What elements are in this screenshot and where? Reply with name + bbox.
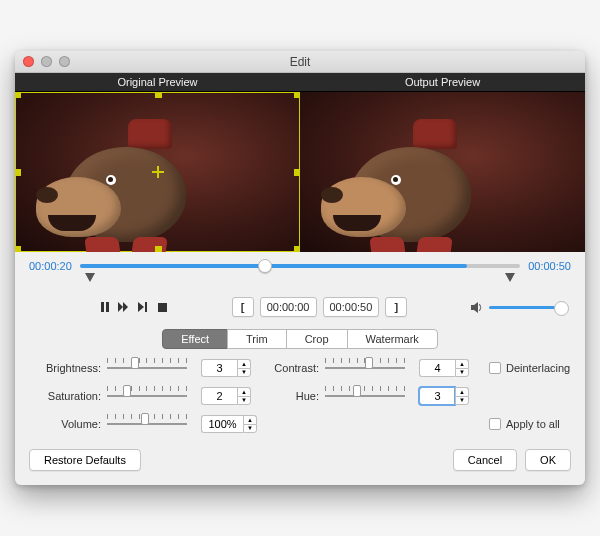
tabs: Effect Trim Crop Watermark: [29, 329, 571, 349]
window-title: Edit: [290, 55, 311, 69]
original-preview-label: Original Preview: [15, 73, 300, 92]
svg-marker-6: [138, 302, 144, 312]
apply-all-label: Apply to all: [506, 418, 560, 430]
edit-window: Edit Original Preview Output Preview: [15, 51, 585, 485]
minimize-icon: [41, 56, 52, 67]
saturation-slider[interactable]: [107, 389, 187, 403]
contrast-stepper[interactable]: ▲▼: [419, 359, 471, 377]
crop-handle-tc[interactable]: [155, 92, 162, 98]
restore-defaults-button[interactable]: Restore Defaults: [29, 449, 141, 471]
crop-handle-tl[interactable]: [15, 92, 21, 98]
saturation-stepper[interactable]: ▲▼: [201, 387, 253, 405]
stop-icon[interactable]: [156, 301, 168, 313]
range-start-input[interactable]: 00:00:00: [260, 297, 317, 317]
svg-marker-1: [505, 273, 515, 282]
volume-stepper[interactable]: ▲▼: [201, 415, 253, 433]
controls-panel: 00:00:20 00:00:50 [ 00:00:00 00:00:50: [15, 252, 585, 445]
speaker-icon[interactable]: [471, 301, 483, 313]
brightness-label: Brightness:: [29, 362, 101, 374]
window-controls: [23, 56, 70, 67]
crop-center-icon[interactable]: [152, 166, 164, 178]
zoom-icon: [59, 56, 70, 67]
volume-input[interactable]: [201, 415, 243, 433]
hue-down-icon[interactable]: ▼: [455, 396, 469, 405]
deinterlacing-checkbox[interactable]: Deinterlacing: [489, 362, 570, 374]
contrast-slider[interactable]: [325, 361, 405, 375]
timeline-thumb[interactable]: [258, 259, 272, 273]
apply-all-checkbox[interactable]: Apply to all: [489, 418, 560, 430]
brightness-slider[interactable]: [107, 361, 187, 375]
transport-row: [ 00:00:00 00:00:50 ]: [29, 297, 571, 317]
contrast-up-icon[interactable]: ▲: [455, 359, 469, 368]
svg-rect-7: [145, 302, 147, 312]
svg-rect-3: [106, 302, 109, 312]
hue-slider[interactable]: [325, 389, 405, 403]
timeline-end-time: 00:00:50: [528, 260, 571, 272]
range-start-bracket[interactable]: [: [232, 297, 254, 317]
svg-marker-0: [85, 273, 95, 282]
range-start-marker-icon[interactable]: [85, 273, 95, 283]
close-icon[interactable]: [23, 56, 34, 67]
svg-marker-4: [118, 302, 123, 312]
hue-label: Hue:: [259, 390, 319, 402]
tab-watermark[interactable]: Watermark: [347, 329, 438, 349]
fast-forward-icon[interactable]: [118, 301, 130, 313]
range-end-bracket[interactable]: ]: [385, 297, 407, 317]
original-preview[interactable]: [15, 92, 300, 252]
contrast-input[interactable]: [419, 359, 455, 377]
range-end-input[interactable]: 00:00:50: [323, 297, 380, 317]
crop-handle-bc[interactable]: [155, 246, 162, 252]
saturation-input[interactable]: [201, 387, 237, 405]
pause-icon[interactable]: [99, 301, 111, 313]
original-preview-col: Original Preview: [15, 73, 300, 252]
output-preview: [300, 92, 585, 252]
hue-stepper[interactable]: ▲▼: [419, 387, 471, 405]
svg-marker-5: [123, 302, 128, 312]
timeline-start-time: 00:00:20: [29, 260, 72, 272]
footer: Restore Defaults Cancel OK: [15, 445, 585, 485]
crop-handle-ml[interactable]: [15, 169, 21, 176]
cancel-button[interactable]: Cancel: [453, 449, 517, 471]
checkbox-icon[interactable]: [489, 418, 501, 430]
contrast-label: Contrast:: [259, 362, 319, 374]
ok-button[interactable]: OK: [525, 449, 571, 471]
volume-down-icon[interactable]: ▼: [243, 424, 257, 433]
step-icon[interactable]: [137, 301, 149, 313]
saturation-down-icon[interactable]: ▼: [237, 396, 251, 405]
titlebar[interactable]: Edit: [15, 51, 585, 73]
brightness-up-icon[interactable]: ▲: [237, 359, 251, 368]
playback-controls: [99, 301, 168, 313]
checkbox-icon[interactable]: [489, 362, 501, 374]
volume-effect-slider[interactable]: [107, 417, 187, 431]
brightness-down-icon[interactable]: ▼: [237, 368, 251, 377]
svg-rect-2: [101, 302, 104, 312]
range-group: [ 00:00:00 00:00:50 ]: [232, 297, 408, 317]
saturation-label: Saturation:: [29, 390, 101, 402]
preview-area: Original Preview Output Preview: [15, 73, 585, 252]
tab-trim[interactable]: Trim: [227, 329, 287, 349]
volume-up-icon[interactable]: ▲: [243, 415, 257, 424]
range-end-marker-icon[interactable]: [505, 273, 515, 283]
output-preview-col: Output Preview: [300, 73, 585, 252]
tab-effect[interactable]: Effect: [162, 329, 228, 349]
timeline-fill: [80, 264, 468, 268]
deinterlacing-label: Deinterlacing: [506, 362, 570, 374]
timeline: 00:00:20 00:00:50: [29, 260, 571, 272]
timeline-slider[interactable]: [80, 264, 520, 268]
volume-control: [471, 301, 567, 313]
svg-marker-9: [471, 302, 478, 313]
svg-rect-8: [158, 303, 167, 312]
brightness-input[interactable]: [201, 359, 237, 377]
volume-label: Volume:: [29, 418, 101, 430]
crop-handle-bl[interactable]: [15, 246, 21, 252]
volume-slider[interactable]: [489, 306, 567, 309]
hue-input[interactable]: [419, 387, 455, 405]
brightness-stepper[interactable]: ▲▼: [201, 359, 253, 377]
output-preview-label: Output Preview: [300, 73, 585, 92]
tab-crop[interactable]: Crop: [286, 329, 348, 349]
hue-up-icon[interactable]: ▲: [455, 387, 469, 396]
effect-grid: Brightness: ▲▼ Contrast: ▲▼ Deinterlacin…: [29, 359, 571, 433]
saturation-up-icon[interactable]: ▲: [237, 387, 251, 396]
contrast-down-icon[interactable]: ▼: [455, 368, 469, 377]
